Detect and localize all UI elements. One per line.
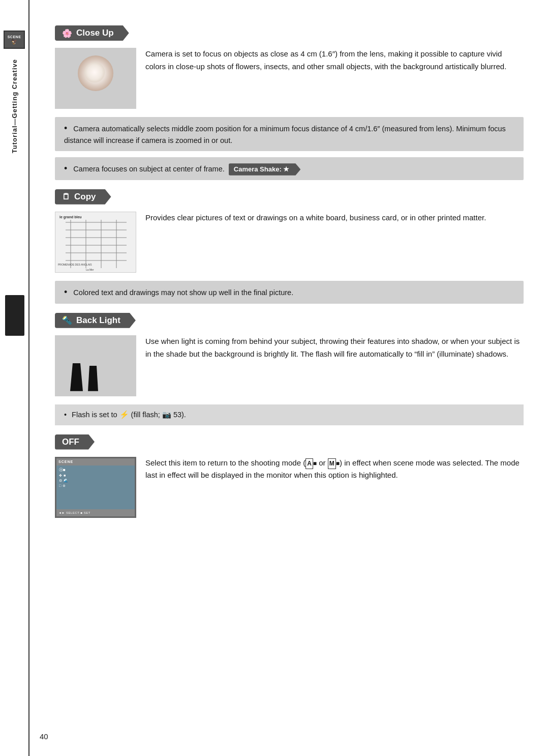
off-header: OFF	[55, 434, 95, 450]
off-body-text: Select this item to return to the shooti…	[145, 457, 524, 518]
lcd-auto-icon: Ⓐ■	[59, 467, 132, 473]
lcd-icon5: □	[59, 484, 61, 487]
backlight-title: Back Light	[76, 315, 120, 326]
scene-icon: 🦅	[11, 39, 17, 44]
closeup-bullet2: Camera focuses on subject at center of f…	[55, 157, 524, 180]
sidebar-black-bar	[5, 295, 24, 336]
closeup-bullet2-text: Camera focuses on subject at center of f…	[73, 165, 224, 173]
lcd-icon6: ⊚	[63, 484, 66, 488]
scene-label: SCENE	[8, 35, 21, 39]
backlight-section: 🔦 Back Light Use when light is coming fr…	[55, 313, 524, 425]
copy-paragraph: Provides clear pictures of text or drawi…	[145, 212, 524, 224]
lcd-scene-text: SCENE	[58, 460, 73, 463]
backlight-body-text: Use when light is coming from behind you…	[145, 335, 524, 396]
copy-icon: 🗒	[62, 192, 70, 201]
off-section: OFF SCENE Ⓐ■ ✤ ■	[55, 434, 524, 518]
mode-icon-cam: ■	[313, 460, 317, 467]
off-image: SCENE Ⓐ■ ✤ ■ ⚙ 🌊	[55, 457, 136, 518]
closeup-title: Close Up	[76, 28, 114, 38]
mode-icon-a: A	[306, 458, 313, 470]
closeup-image	[55, 48, 136, 109]
closeup-paragraph: Camera is set to focus on objects as clo…	[145, 48, 524, 73]
page-number: 40	[29, 732, 48, 741]
svg-text:La Mer: La Mer	[86, 268, 94, 271]
main-content: 🌸 Close Up Camera is set to focus on obj…	[29, 0, 549, 558]
lcd-icon3: ⚙	[59, 479, 62, 483]
closeup-bullet1-text: Camera automatically selects middle zoom…	[64, 125, 506, 144]
backlight-icon: 🔦	[62, 315, 72, 325]
mode-icon-cam2: ■	[336, 460, 340, 467]
closeup-body-text: Camera is set to focus on objects as clo…	[145, 48, 524, 109]
tutorial-label: Tutorial—Getting Creative	[11, 59, 18, 153]
sidebar: SCENE 🦅 Tutorial—Getting Creative	[0, 0, 29, 756]
lcd-icon4: 🌊	[64, 479, 68, 483]
copy-title: Copy	[74, 192, 96, 202]
lcd-icon2: ■	[64, 474, 66, 477]
copy-header: 🗒 Copy	[55, 189, 111, 205]
copy-bullet: Colored text and drawings may not show u…	[55, 281, 524, 304]
backlight-content: Use when light is coming from behind you…	[55, 335, 524, 396]
lcd-auto-sym: Ⓐ■	[59, 467, 66, 473]
copy-section: 🗒 Copy le grand bleu	[55, 189, 524, 304]
off-paragraph: Select this item to return to the shooti…	[145, 457, 524, 482]
lcd-screen: SCENE Ⓐ■ ✤ ■ ⚙ 🌊	[56, 458, 135, 516]
copy-body-text: Provides clear pictures of text or drawi…	[145, 212, 524, 273]
lcd-icons: Ⓐ■ ✤ ■ ⚙ 🌊 □ ⊚	[56, 466, 135, 489]
lcd-row1: ✤ ■	[59, 474, 132, 478]
lcd-row2: ⚙ 🌊	[59, 479, 132, 483]
backlight-image	[55, 335, 136, 396]
flash-note-text: Flash is set to ⚡ (fill flash; 📷 53).	[72, 411, 186, 419]
off-title: OFF	[62, 437, 79, 447]
map-lines: PROMENADE DES ANGLAIS La Mer	[55, 212, 136, 272]
lcd-bottom-bar: ◄► SELECT ■ SET	[56, 509, 135, 516]
lcd-top-bar: SCENE	[56, 458, 135, 466]
backlight-paragraph: Use when light is coming from behind you…	[145, 335, 524, 361]
copy-bullet-text: Colored text and drawings may not show u…	[73, 288, 293, 297]
scene-badge: SCENE 🦅	[4, 31, 25, 49]
flash-page-icon: 📷	[162, 411, 171, 419]
copy-image: le grand bleu	[55, 212, 136, 273]
closeup-content: Camera is set to focus on objects as clo…	[55, 48, 524, 109]
mode-icon-m: M	[328, 458, 336, 470]
closeup-section: 🌸 Close Up Camera is set to focus on obj…	[55, 25, 524, 180]
closeup-header: 🌸 Close Up	[55, 25, 129, 41]
backlight-header: 🔦 Back Light	[55, 313, 136, 328]
copy-content: le grand bleu	[55, 212, 524, 273]
lcd-icon1: ✤	[59, 474, 62, 478]
flash-symbol: ⚡	[119, 409, 129, 421]
svg-text:PROMENADE DES ANGLAIS: PROMENADE DES ANGLAIS	[58, 263, 92, 266]
off-content: SCENE Ⓐ■ ✤ ■ ⚙ 🌊	[55, 457, 524, 518]
copy-image-inner: le grand bleu	[55, 212, 136, 273]
lcd-row3: □ ⊚	[59, 484, 132, 488]
flash-note-row: • Flash is set to ⚡ (fill flash; 📷 53).	[55, 404, 524, 425]
closeup-bullet1: Camera automatically selects middle zoom…	[55, 117, 524, 151]
camera-shake-badge: Camera Shake: ★	[229, 163, 301, 176]
closeup-icon: 🌸	[62, 28, 72, 38]
